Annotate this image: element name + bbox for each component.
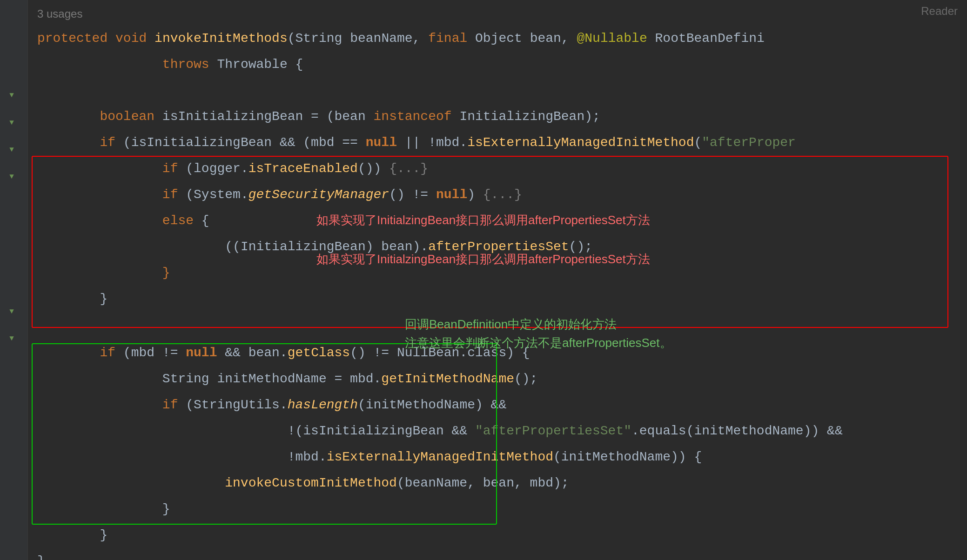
fold-icon-6[interactable]: ▼ — [7, 172, 16, 181]
brace-open-1: { — [288, 57, 303, 72]
ifsu-end: (initMethodName) && — [358, 398, 506, 412]
indent-if3 — [37, 187, 162, 202]
space4 — [467, 31, 475, 46]
str-afterpropset2: "afterPropertiesSet" — [475, 424, 631, 438]
ifsu-cond: ( — [178, 398, 194, 412]
indent-nmbd — [37, 450, 288, 464]
if3-end: ) — [467, 187, 483, 202]
kw-if2: if — [162, 161, 178, 176]
indent-ifmbd — [37, 346, 100, 360]
space7 — [209, 57, 217, 72]
fold-icon-5[interactable]: ▼ — [7, 145, 16, 154]
not-mbd-code: !mbd. — [288, 450, 327, 464]
method-name: invokeInitMethods — [154, 31, 288, 46]
instanceof-type — [452, 109, 460, 124]
notmbd-end: (initMethodName)) { — [553, 450, 702, 464]
if-line-3: if ( System . getSecurityManager () != n… — [37, 181, 958, 207]
code-area: 3 usages protected void invokeInitMethod… — [28, 0, 967, 560]
method-signature-line: protected void invokeInitMethods ( Strin… — [37, 25, 958, 51]
str-afterprop: "afterProper — [702, 135, 796, 150]
method-getclass: getClass — [288, 346, 350, 360]
kw-if-mbd: if — [100, 346, 115, 360]
kw-if3: if — [162, 187, 178, 202]
params-start: ( — [288, 31, 295, 46]
kw-void: void — [115, 31, 147, 46]
kw-if1: if — [100, 135, 115, 150]
if-stringutils-line: if ( StringUtils . hasLength (initMethod… — [37, 392, 958, 418]
tooltip-green-line1: 回调BeanDefinition中定义的初始化方法 — [405, 316, 617, 333]
string-end: (); — [514, 372, 537, 386]
type-string: String — [162, 372, 209, 386]
else-brace: { — [194, 213, 209, 228]
ifmbd-cond: (mbd != — [115, 346, 186, 360]
kw-else: else — [162, 213, 194, 228]
brace-close-outer: } — [100, 292, 107, 306]
brace-close-3: } — [162, 502, 170, 516]
if3-mid: () != — [389, 187, 436, 202]
indent-if2 — [37, 161, 162, 176]
indent-cb4 — [37, 528, 100, 542]
indent-throws — [37, 57, 162, 72]
dot1: . — [241, 187, 248, 202]
method-getinitname: getInitMethodName — [381, 372, 514, 386]
not-mbd-line: !mbd. isExternallyManagedInitMethod (ini… — [37, 444, 958, 470]
not-op: !(isInitializingBean && — [288, 424, 475, 438]
if2-end: ()) — [358, 161, 389, 176]
tooltip-red-text: 如果实现了InitialzingBean接口那么调用afterPropertie… — [316, 251, 650, 267]
blank-line-1 — [37, 77, 958, 103]
invoke-custom-line: invokeCustomInitMethod (beanName, bean, … — [37, 470, 958, 496]
equals-call: .equals(initMethodName)) && — [631, 424, 843, 438]
close-brace-3: } — [37, 496, 958, 522]
indent-cast — [37, 240, 225, 254]
kw-boolean: boolean — [100, 109, 154, 124]
indent-cb1 — [37, 266, 162, 280]
fold-icon-1[interactable]: ▼ — [7, 91, 16, 100]
indent-cb2 — [37, 292, 100, 306]
space3: beanName, — [342, 31, 428, 46]
kw-null1: null — [366, 135, 397, 150]
indent-ifsu — [37, 398, 162, 412]
or-op: || — [397, 135, 428, 150]
usage-count: 3 usages — [37, 7, 82, 20]
kw-instanceof: instanceof — [374, 109, 452, 124]
param-type-3: RootBeanDefini — [655, 31, 765, 46]
kw-throws: throws — [162, 57, 209, 72]
indent-inv — [37, 476, 225, 490]
collapsed-block-1: {...} — [389, 161, 428, 176]
annotation-nullable: @Nullable — [577, 31, 647, 46]
space5: bean, — [522, 31, 577, 46]
usage-count-line: 3 usages — [37, 5, 958, 25]
throwable-type: Throwable — [217, 57, 287, 72]
space2 — [147, 31, 154, 46]
fold-icon-2[interactable]: ▼ — [7, 307, 16, 316]
brace-close-4: } — [100, 528, 107, 542]
if1-cond: (isInitializingBean && (mbd == — [115, 135, 366, 150]
space6 — [647, 31, 655, 46]
space1 — [107, 31, 115, 46]
cast-code: (( — [225, 240, 241, 254]
param-type-2: Object — [475, 31, 522, 46]
str-start: ( — [694, 135, 702, 150]
method-istrace: isTraceEnabled — [248, 161, 358, 176]
method-getsecmgr: getSecurityManager — [248, 187, 389, 202]
tooltip-green-line2: 注意这里会判断这个方法不是afterPropertiesSet。 — [405, 335, 672, 351]
ifmbd-mid: && bean. — [217, 346, 287, 360]
kw-null3: null — [186, 346, 217, 360]
string-line: String initMethodName = mbd. getInitMeth… — [37, 366, 958, 392]
system-class: System — [194, 187, 241, 202]
fold-icon-3[interactable]: ▼ — [7, 334, 16, 343]
indent-if1 — [37, 135, 100, 150]
fold-icon-4[interactable]: ▼ — [7, 118, 16, 127]
gutter: ▼ ▼ ▼ ▼ ▼ ▼ — [0, 0, 28, 560]
not-isinit-line: !(isInitializingBean && "afterProperties… — [37, 418, 958, 444]
close-brace-4: } — [37, 522, 958, 548]
method-invokecustom: invokeCustomInitMethod — [225, 476, 397, 490]
kw-null2: null — [436, 187, 467, 202]
dot2: . — [280, 398, 288, 412]
indent-str — [37, 372, 162, 386]
indent-bool — [37, 109, 100, 124]
boolean-line: boolean isInitializingBean = (bean insta… — [37, 103, 958, 129]
ifmbd-end: () != — [350, 346, 397, 360]
kw-final: final — [428, 31, 467, 46]
indent-else — [37, 213, 162, 228]
